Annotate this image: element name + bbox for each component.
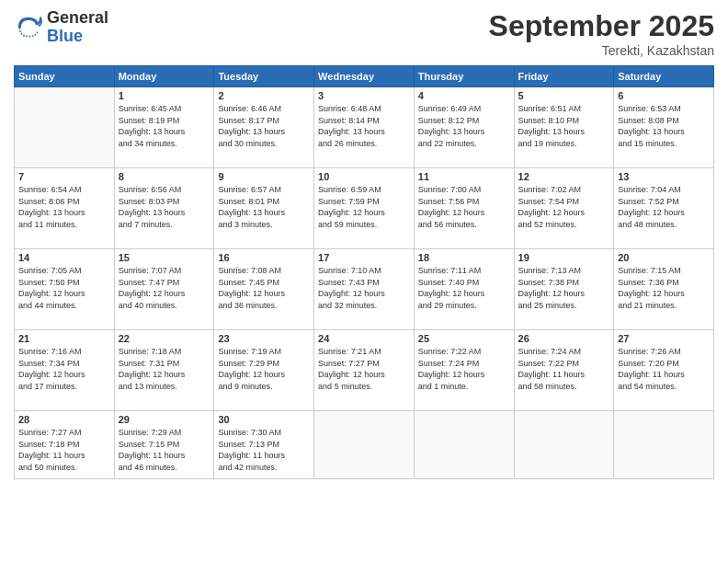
day-number: 12 <box>518 171 610 182</box>
week-row-1: 1Sunrise: 6:45 AM Sunset: 8:19 PM Daylig… <box>15 87 714 168</box>
day-number: 15 <box>119 252 210 263</box>
day-number: 20 <box>618 252 710 263</box>
day-cell: 3Sunrise: 6:48 AM Sunset: 8:14 PM Daylig… <box>314 87 415 168</box>
day-info: Sunrise: 6:57 AM Sunset: 8:01 PM Dayligh… <box>218 184 310 230</box>
week-row-4: 21Sunrise: 7:16 AM Sunset: 7:34 PM Dayli… <box>15 330 714 411</box>
day-number: 18 <box>418 252 510 263</box>
day-cell: 21Sunrise: 7:16 AM Sunset: 7:34 PM Dayli… <box>15 330 115 411</box>
day-cell <box>514 411 614 479</box>
day-info: Sunrise: 7:02 AM Sunset: 7:54 PM Dayligh… <box>518 184 610 230</box>
header-friday: Friday <box>514 66 614 87</box>
day-number: 17 <box>318 252 410 263</box>
header-monday: Monday <box>114 66 214 87</box>
logo-general: General <box>47 9 108 28</box>
day-number: 29 <box>119 414 210 425</box>
day-cell: 14Sunrise: 7:05 AM Sunset: 7:50 PM Dayli… <box>15 249 115 330</box>
day-number: 14 <box>18 252 110 263</box>
day-number: 4 <box>418 90 510 101</box>
day-info: Sunrise: 7:24 AM Sunset: 7:22 PM Dayligh… <box>518 346 610 392</box>
day-number: 8 <box>119 171 210 182</box>
day-cell: 12Sunrise: 7:02 AM Sunset: 7:54 PM Dayli… <box>514 168 614 249</box>
day-cell: 30Sunrise: 7:30 AM Sunset: 7:13 PM Dayli… <box>214 411 314 479</box>
day-cell: 6Sunrise: 6:53 AM Sunset: 8:08 PM Daylig… <box>614 87 714 168</box>
calendar-table: Sunday Monday Tuesday Wednesday Thursday… <box>14 65 714 479</box>
day-info: Sunrise: 7:05 AM Sunset: 7:50 PM Dayligh… <box>18 265 110 311</box>
day-number: 6 <box>618 90 710 101</box>
day-info: Sunrise: 7:08 AM Sunset: 7:45 PM Dayligh… <box>218 265 310 311</box>
day-info: Sunrise: 7:22 AM Sunset: 7:24 PM Dayligh… <box>418 346 510 392</box>
day-number: 9 <box>218 171 310 182</box>
day-cell: 9Sunrise: 6:57 AM Sunset: 8:01 PM Daylig… <box>214 168 314 249</box>
day-number: 3 <box>318 90 410 101</box>
day-number: 26 <box>518 333 610 344</box>
day-info: Sunrise: 7:16 AM Sunset: 7:34 PM Dayligh… <box>18 346 110 392</box>
header-thursday: Thursday <box>414 66 514 87</box>
day-info: Sunrise: 7:21 AM Sunset: 7:27 PM Dayligh… <box>318 346 410 392</box>
day-number: 16 <box>218 252 310 263</box>
week-row-3: 14Sunrise: 7:05 AM Sunset: 7:50 PM Dayli… <box>15 249 714 330</box>
logo-text: General Blue <box>47 9 108 46</box>
day-info: Sunrise: 6:51 AM Sunset: 8:10 PM Dayligh… <box>518 103 610 149</box>
header-sunday: Sunday <box>15 66 115 87</box>
day-cell <box>614 411 714 479</box>
day-number: 30 <box>218 414 310 425</box>
day-cell: 4Sunrise: 6:49 AM Sunset: 8:12 PM Daylig… <box>414 87 514 168</box>
day-info: Sunrise: 7:18 AM Sunset: 7:31 PM Dayligh… <box>119 346 210 392</box>
day-info: Sunrise: 7:11 AM Sunset: 7:40 PM Dayligh… <box>418 265 510 311</box>
day-cell: 11Sunrise: 7:00 AM Sunset: 7:56 PM Dayli… <box>414 168 514 249</box>
day-info: Sunrise: 6:46 AM Sunset: 8:17 PM Dayligh… <box>218 103 310 149</box>
day-info: Sunrise: 7:04 AM Sunset: 7:52 PM Dayligh… <box>618 184 710 230</box>
day-cell: 5Sunrise: 6:51 AM Sunset: 8:10 PM Daylig… <box>514 87 614 168</box>
week-row-5: 28Sunrise: 7:27 AM Sunset: 7:18 PM Dayli… <box>15 411 714 479</box>
day-info: Sunrise: 6:59 AM Sunset: 7:59 PM Dayligh… <box>318 184 410 230</box>
day-info: Sunrise: 6:49 AM Sunset: 8:12 PM Dayligh… <box>418 103 510 149</box>
day-info: Sunrise: 7:26 AM Sunset: 7:20 PM Dayligh… <box>618 346 710 392</box>
week-row-2: 7Sunrise: 6:54 AM Sunset: 8:06 PM Daylig… <box>15 168 714 249</box>
day-cell: 25Sunrise: 7:22 AM Sunset: 7:24 PM Dayli… <box>414 330 514 411</box>
day-number: 13 <box>618 171 710 182</box>
header-saturday: Saturday <box>614 66 714 87</box>
day-info: Sunrise: 6:56 AM Sunset: 8:03 PM Dayligh… <box>119 184 210 230</box>
day-number: 23 <box>218 333 310 344</box>
day-cell: 10Sunrise: 6:59 AM Sunset: 7:59 PM Dayli… <box>314 168 415 249</box>
day-cell: 18Sunrise: 7:11 AM Sunset: 7:40 PM Dayli… <box>414 249 514 330</box>
page-header: General Blue September 2025 Terekti, Kaz… <box>14 9 714 58</box>
title-location: Terekti, Kazakhstan <box>489 43 714 58</box>
day-cell: 13Sunrise: 7:04 AM Sunset: 7:52 PM Dayli… <box>614 168 714 249</box>
day-cell: 24Sunrise: 7:21 AM Sunset: 7:27 PM Dayli… <box>314 330 415 411</box>
day-cell: 19Sunrise: 7:13 AM Sunset: 7:38 PM Dayli… <box>514 249 614 330</box>
day-number: 19 <box>518 252 610 263</box>
day-info: Sunrise: 7:07 AM Sunset: 7:47 PM Dayligh… <box>119 265 210 311</box>
day-cell: 20Sunrise: 7:15 AM Sunset: 7:36 PM Dayli… <box>614 249 714 330</box>
day-number: 11 <box>418 171 510 182</box>
day-number: 7 <box>18 171 110 182</box>
day-cell: 17Sunrise: 7:10 AM Sunset: 7:43 PM Dayli… <box>314 249 415 330</box>
day-cell: 23Sunrise: 7:19 AM Sunset: 7:29 PM Dayli… <box>214 330 314 411</box>
day-info: Sunrise: 6:45 AM Sunset: 8:19 PM Dayligh… <box>119 103 210 149</box>
logo: General Blue <box>14 9 108 46</box>
day-info: Sunrise: 7:13 AM Sunset: 7:38 PM Dayligh… <box>518 265 610 311</box>
day-cell: 7Sunrise: 6:54 AM Sunset: 8:06 PM Daylig… <box>15 168 115 249</box>
day-cell: 16Sunrise: 7:08 AM Sunset: 7:45 PM Dayli… <box>214 249 314 330</box>
header-tuesday: Tuesday <box>214 66 314 87</box>
logo-blue: Blue <box>47 28 108 46</box>
day-cell: 8Sunrise: 6:56 AM Sunset: 8:03 PM Daylig… <box>114 168 214 249</box>
header-wednesday: Wednesday <box>314 66 415 87</box>
day-number: 28 <box>18 414 110 425</box>
day-info: Sunrise: 6:48 AM Sunset: 8:14 PM Dayligh… <box>318 103 410 149</box>
day-number: 5 <box>518 90 610 101</box>
day-info: Sunrise: 7:29 AM Sunset: 7:15 PM Dayligh… <box>119 427 210 473</box>
day-cell <box>414 411 514 479</box>
day-cell <box>314 411 415 479</box>
day-cell: 29Sunrise: 7:29 AM Sunset: 7:15 PM Dayli… <box>114 411 214 479</box>
day-number: 2 <box>218 90 310 101</box>
day-info: Sunrise: 6:53 AM Sunset: 8:08 PM Dayligh… <box>618 103 710 149</box>
day-info: Sunrise: 6:54 AM Sunset: 8:06 PM Dayligh… <box>18 184 110 230</box>
day-cell <box>15 87 115 168</box>
day-cell: 1Sunrise: 6:45 AM Sunset: 8:19 PM Daylig… <box>114 87 214 168</box>
calendar-header-row: Sunday Monday Tuesday Wednesday Thursday… <box>15 66 714 87</box>
day-info: Sunrise: 7:15 AM Sunset: 7:36 PM Dayligh… <box>618 265 710 311</box>
day-info: Sunrise: 7:30 AM Sunset: 7:13 PM Dayligh… <box>218 427 310 473</box>
day-info: Sunrise: 7:10 AM Sunset: 7:43 PM Dayligh… <box>318 265 410 311</box>
day-number: 1 <box>119 90 210 101</box>
